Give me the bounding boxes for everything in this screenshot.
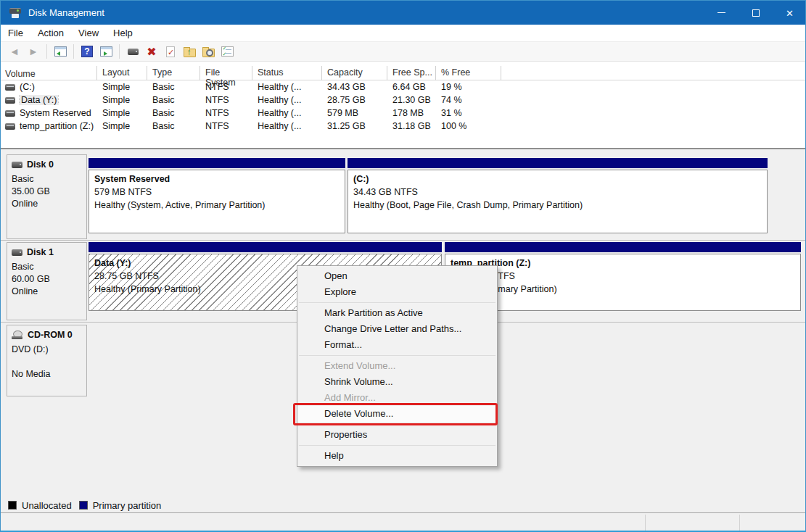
cell-free: 31.18 GB [387, 121, 436, 131]
help-icon[interactable]: ? [79, 43, 95, 59]
partition-size: 34.43 GB NTFS [353, 186, 767, 199]
checklist-icon[interactable] [219, 43, 235, 59]
disk-management-window: Disk Management File Action View Help ◄ … [0, 0, 806, 532]
disk-status: Online [12, 198, 86, 210]
toolbar-separator [46, 44, 47, 59]
document-check-icon[interactable] [163, 43, 178, 59]
menu-item-delete-volume[interactable]: Delete Volume... [297, 406, 497, 422]
table-row-selected[interactable]: Data (Y:) Simple Basic NTFS Healthy (...… [1, 93, 805, 107]
column-header-status[interactable]: Status [252, 66, 322, 80]
disk-status: Online [12, 286, 86, 298]
cell-layout: Simple [97, 121, 147, 131]
maximize-button[interactable] [739, 1, 773, 25]
cell-capacity: 28.75 GB [322, 95, 387, 105]
partition-context-menu: Open Explore Mark Partition as Active Ch… [297, 265, 498, 467]
partition-system-reserved[interactable]: System Reserved 579 MB NTFS Healthy (Sys… [89, 158, 345, 233]
minimize-icon [717, 12, 725, 13]
menu-item-mark-partition-active[interactable]: Mark Partition as Active [297, 305, 497, 321]
folder-search-icon[interactable] [200, 43, 216, 59]
cdrom-icon [12, 331, 23, 340]
table-row[interactable]: temp_partition (Z:) Simple Basic NTFS He… [1, 120, 805, 133]
cdrom0-panel[interactable]: CD-ROM 0 DVD (D:) No Media [7, 325, 87, 396]
primary-partition-swatch [79, 501, 88, 510]
forward-arrow-icon[interactable]: ► [25, 43, 41, 59]
back-arrow-icon[interactable]: ◄ [7, 43, 22, 59]
table-row[interactable]: (C:) Simple Basic NTFS Healthy (... 34.4… [1, 80, 805, 93]
legend-label: Primary partition [93, 500, 162, 511]
partition-temp-z[interactable]: temp_partition (Z:) 31.25 GB NTFS Health… [445, 242, 801, 311]
unallocated-swatch [8, 501, 17, 510]
cell-status: Healthy (... [252, 82, 322, 92]
legend: Unallocated Primary partition [1, 498, 805, 513]
menu-separator [299, 445, 495, 446]
toolbar-separator [119, 44, 120, 59]
menu-separator [299, 355, 495, 356]
column-header-layout[interactable]: Layout [97, 66, 147, 80]
cell-type: Basic [147, 108, 200, 118]
menu-item-extend-volume: Extend Volume... [297, 358, 497, 374]
menu-item-shrink-volume[interactable]: Shrink Volume... [297, 374, 497, 390]
menubar: File Action View Help [1, 25, 805, 41]
menu-item-format[interactable]: Format... [297, 337, 497, 353]
disk-drive-icon[interactable] [125, 43, 141, 59]
table-row[interactable]: System Reserved Simple Basic NTFS Health… [1, 107, 805, 120]
cell-layout: Simple [97, 95, 147, 105]
menu-separator [299, 424, 495, 425]
column-header-free-space[interactable]: Free Sp... [387, 66, 436, 80]
legend-label: Unallocated [22, 500, 72, 511]
column-header-type[interactable]: Type [147, 66, 200, 80]
menu-view[interactable]: View [71, 25, 106, 41]
volume-disk-icon [5, 110, 15, 117]
cell-status: Healthy (... [252, 108, 322, 118]
column-header-pct-free[interactable]: % Free [436, 66, 501, 80]
column-header-capacity[interactable]: Capacity [322, 66, 387, 80]
menu-help[interactable]: Help [106, 25, 140, 41]
cell-capacity: 579 MB [322, 108, 387, 118]
disk-name: CD-ROM 0 [28, 330, 73, 340]
column-header-file-system[interactable]: File System [200, 66, 252, 80]
menu-item-open[interactable]: Open [297, 268, 497, 284]
cell-layout: Simple [97, 82, 147, 92]
partition-c-drive[interactable]: (C:) 34.43 GB NTFS Healthy (Boot, Page F… [348, 158, 768, 233]
partition-size: 579 MB NTFS [94, 186, 345, 199]
disk0-panel[interactable]: Disk 0 Basic 35.00 GB Online [7, 154, 87, 239]
cell-fs: NTFS [200, 95, 252, 105]
primary-partition-color-bar [89, 242, 442, 252]
statusbar [1, 513, 805, 531]
menu-file[interactable]: File [1, 25, 30, 41]
volume-disk-icon [5, 97, 15, 104]
disk-icon [12, 249, 22, 256]
primary-partition-color-bar [89, 158, 345, 168]
cell-status: Healthy (... [252, 121, 322, 131]
partition-name: temp_partition (Z:) [451, 258, 800, 268]
cell-status: Healthy (... [252, 95, 322, 105]
disk1-panel[interactable]: Disk 1 Basic 60.00 GB Online [7, 242, 87, 320]
disk-management-app-icon [8, 7, 22, 19]
window-title: Disk Management [28, 7, 104, 18]
partition-health: Healthy (Boot, Page File, Crash Dump, Pr… [353, 199, 767, 212]
disk-name: Disk 0 [27, 159, 54, 170]
volume-name: temp_partition (Z:) [20, 121, 94, 131]
cell-type: Basic [147, 95, 200, 105]
show-console-tree-icon[interactable] [52, 43, 68, 59]
disk-size: 60.00 GB [12, 273, 86, 286]
minimize-button[interactable] [704, 1, 739, 25]
menu-item-help[interactable]: Help [297, 448, 497, 464]
partition-name: System Reserved [94, 174, 345, 184]
column-header-volume[interactable]: Volume [1, 66, 97, 80]
menu-item-properties[interactable]: Properties [297, 427, 497, 443]
folder-up-icon[interactable] [181, 43, 197, 59]
volume-disk-icon [5, 84, 15, 91]
cell-free: 21.30 GB [387, 95, 436, 105]
menu-item-explore[interactable]: Explore [297, 284, 497, 300]
disk-type: Basic [12, 261, 86, 273]
cell-free: 178 MB [387, 108, 436, 118]
disk-row-separator [1, 240, 805, 241]
menu-action[interactable]: Action [30, 25, 71, 41]
menu-item-change-drive-letter[interactable]: Change Drive Letter and Paths... [297, 321, 497, 337]
show-action-pane-icon[interactable] [98, 43, 114, 59]
cell-fs: NTFS [200, 121, 252, 131]
close-button[interactable] [773, 1, 806, 25]
delete-x-icon[interactable]: ✖ [144, 43, 160, 59]
partition-name: (C:) [353, 174, 767, 184]
